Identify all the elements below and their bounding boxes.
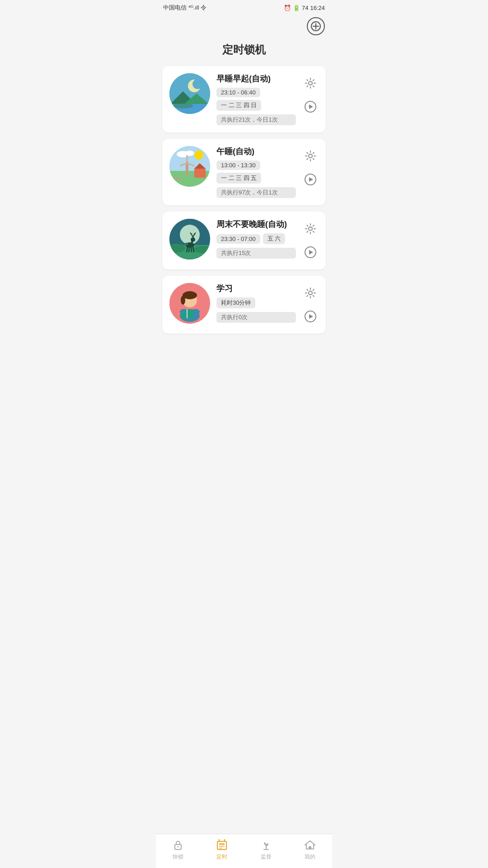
card-2-stat: 共执行97次，今日1次 [216, 187, 296, 198]
svg-marker-12 [309, 104, 313, 109]
timer-icon [216, 839, 228, 851]
card-4-duration: 耗时30分钟 [216, 297, 255, 308]
card-image-2 [169, 146, 210, 187]
svg-line-45 [191, 247, 192, 252]
status-right: ⏰ 🔋 74 16:24 [284, 5, 325, 11]
svg-point-38 [191, 237, 195, 242]
card-4-play-button[interactable] [302, 308, 319, 325]
card-2-timerange: 13:00 - 13:30 [216, 160, 260, 170]
cards-container: 早睡早起(自动) 23:10 - 06:40 一 二 三 四 日 共执行21次，… [156, 66, 332, 334]
mine-icon [304, 839, 316, 851]
card-2-days: 一 二 三 四 五 [216, 173, 261, 184]
card-3-settings-button[interactable] [302, 221, 319, 237]
svg-point-9 [173, 103, 193, 108]
card-early-sleep: 早睡早起(自动) 23:10 - 06:40 一 二 三 四 日 共执行21次，… [162, 66, 326, 132]
card-1-settings-button[interactable] [302, 75, 319, 91]
svg-point-48 [309, 227, 312, 231]
nav-mine[interactable]: 我的 [288, 839, 333, 861]
bottom-nav: 快锁 定时 监 [156, 834, 332, 868]
card-4-title: 学习 [216, 283, 296, 294]
card-1-play-button[interactable] [302, 99, 319, 115]
card-2-actions [302, 146, 319, 189]
card-1-title: 早睡早起(自动) [216, 73, 296, 84]
nav-quicklock[interactable]: 快锁 [156, 839, 200, 861]
svg-point-14 [194, 151, 203, 160]
card-image-1 [169, 73, 210, 114]
card-4-settings-button[interactable] [302, 285, 319, 301]
card-4-actions [302, 283, 319, 326]
card-study: 学习 耗时30分钟 共执行0次 [162, 276, 326, 334]
card-3-title: 周末不要晚睡(自动) [216, 219, 296, 230]
card-3-play-button[interactable] [302, 244, 319, 260]
carrier-signal: 中国电信 ⁴ᴳ.ıll 令 [163, 4, 206, 12]
card-2-title: 午睡(自动) [216, 146, 296, 157]
svg-marker-50 [309, 250, 313, 255]
card-1-timerange: 23:10 - 06:40 [216, 88, 260, 97]
card-3-tags: 23:30 - 07:00 五 六 [216, 233, 296, 244]
svg-point-5 [192, 79, 202, 89]
nav-monitor-label: 监督 [261, 853, 272, 861]
card-1-tags: 23:10 - 06:40 一 二 三 四 日 [216, 88, 296, 111]
card-4-content: 学习 耗时30分钟 共执行0次 [216, 283, 296, 323]
svg-point-47 [184, 243, 188, 245]
svg-point-60 [309, 291, 312, 295]
nav-timer[interactable]: 定时 [200, 839, 244, 861]
quicklock-icon [172, 839, 184, 851]
card-3-content: 周末不要晚睡(自动) 23:30 - 07:00 五 六 共执行15次 [216, 219, 296, 259]
svg-line-44 [189, 247, 189, 252]
svg-rect-13 [169, 146, 210, 171]
card-noon-sleep: 午睡(自动) 13:00 - 13:30 一 二 三 四 五 共执行97次，今日… [162, 139, 326, 205]
card-1-stat: 共执行21次，今日1次 [216, 114, 296, 125]
svg-point-64 [177, 846, 178, 848]
card-1-days: 一 二 三 四 日 [216, 100, 261, 111]
card-3-days: 五 六 [263, 233, 286, 244]
card-image-3 [169, 219, 210, 259]
svg-point-32 [180, 225, 200, 245]
nav-mine-label: 我的 [305, 853, 315, 861]
svg-rect-75 [309, 846, 311, 849]
svg-point-28 [309, 154, 312, 158]
nav-quicklock-label: 快锁 [173, 853, 183, 861]
card-1-actions [302, 73, 319, 117]
card-3-actions [302, 219, 319, 262]
svg-rect-22 [194, 169, 206, 178]
card-2-tags: 13:00 - 13:30 一 二 三 四 五 [216, 160, 296, 184]
card-4-stat: 共执行0次 [216, 312, 296, 323]
monitor-icon [260, 839, 272, 851]
svg-marker-30 [309, 177, 313, 182]
card-3-timerange: 23:30 - 07:00 [216, 234, 260, 244]
card-1-content: 早睡早起(自动) 23:10 - 06:40 一 二 三 四 日 共执行21次，… [216, 73, 296, 125]
status-bar: 中国电信 ⁴ᴳ.ıll 令 ⏰ 🔋 74 16:24 [156, 0, 332, 14]
svg-point-55 [181, 296, 185, 305]
page-title: 定时锁机 [156, 39, 332, 66]
card-4-tags: 耗时30分钟 [216, 297, 296, 308]
card-3-stat: 共执行15次 [216, 248, 296, 259]
add-button[interactable] [307, 17, 325, 35]
svg-marker-62 [309, 314, 313, 319]
card-2-settings-button[interactable] [302, 148, 319, 164]
header [156, 14, 332, 39]
svg-point-10 [309, 81, 312, 85]
card-2-play-button[interactable] [302, 171, 319, 188]
nav-timer-label: 定时 [216, 853, 227, 861]
card-image-4 [169, 283, 210, 324]
card-weekend-sleep: 周末不要晚睡(自动) 23:30 - 07:00 五 六 共执行15次 [162, 212, 326, 269]
nav-monitor[interactable]: 监督 [244, 839, 288, 861]
card-2-content: 午睡(自动) 13:00 - 13:30 一 二 三 四 五 共执行97次，今日… [216, 146, 296, 198]
